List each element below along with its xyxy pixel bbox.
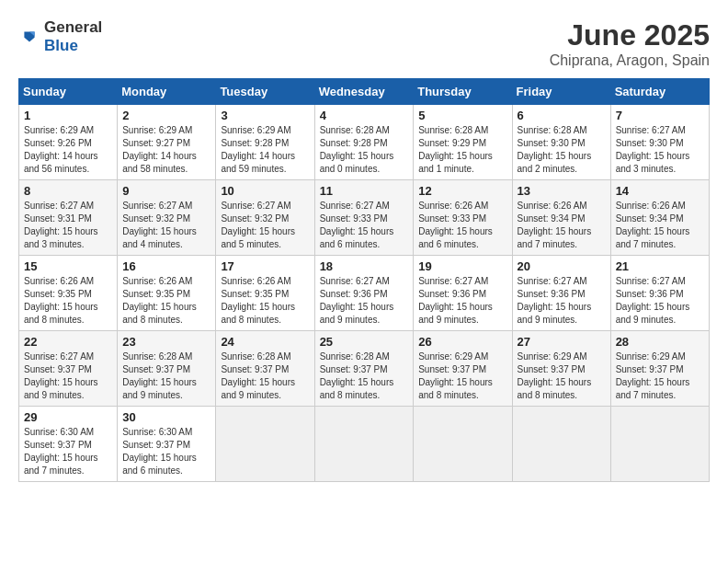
calendar-cell: 13 Sunrise: 6:26 AM Sunset: 9:34 PM Dayl… — [512, 180, 610, 256]
sunrise-text: Sunrise: 6:28 AM — [221, 351, 290, 362]
daylight-text: Daylight: 15 hours and 1 minute. — [418, 151, 493, 174]
sunrise-text: Sunrise: 6:27 AM — [24, 351, 94, 362]
day-number: 20 — [518, 259, 606, 273]
sunrise-text: Sunrise: 6:27 AM — [24, 201, 94, 211]
logo: General Blue — [18, 18, 102, 55]
calendar-cell: 21 Sunrise: 6:27 AM Sunset: 9:36 PM Dayl… — [610, 256, 709, 331]
day-number: 3 — [221, 109, 309, 122]
day-number: 17 — [221, 259, 309, 273]
day-number: 22 — [24, 335, 112, 349]
daylight-text: Daylight: 15 hours and 9 minutes. — [418, 302, 493, 325]
day-info: Sunrise: 6:29 AM Sunset: 9:37 PM Dayligh… — [518, 350, 606, 402]
sunrise-text: Sunrise: 6:28 AM — [320, 125, 390, 135]
day-info: Sunrise: 6:29 AM Sunset: 9:37 PM Dayligh… — [418, 350, 506, 402]
calendar-cell: 11 Sunrise: 6:27 AM Sunset: 9:33 PM Dayl… — [314, 180, 414, 256]
calendar-cell: 23 Sunrise: 6:28 AM Sunset: 9:37 PM Dayl… — [118, 331, 216, 407]
sunset-text: Sunset: 9:31 PM — [24, 213, 92, 224]
daylight-text: Daylight: 15 hours and 8 minutes. — [24, 302, 98, 325]
day-info: Sunrise: 6:28 AM Sunset: 9:29 PM Dayligh… — [418, 124, 506, 176]
day-number: 12 — [418, 184, 506, 198]
day-number: 25 — [320, 335, 409, 349]
day-header-thursday: Thursday — [414, 79, 512, 105]
calendar: SundayMondayTuesdayWednesdayThursdayFrid… — [18, 78, 710, 482]
sunset-text: Sunset: 9:37 PM — [24, 364, 92, 374]
day-number: 1 — [24, 109, 112, 122]
sunset-text: Sunset: 9:30 PM — [518, 138, 586, 148]
sunset-text: Sunset: 9:36 PM — [616, 289, 684, 299]
day-number: 15 — [24, 259, 112, 273]
daylight-text: Daylight: 15 hours and 8 minutes. — [221, 302, 295, 325]
month-title: June 2025 — [550, 18, 710, 52]
calendar-header-row: SundayMondayTuesdayWednesdayThursdayFrid… — [19, 79, 710, 105]
daylight-text: Daylight: 15 hours and 6 minutes. — [122, 453, 197, 476]
sunrise-text: Sunrise: 6:26 AM — [518, 201, 587, 211]
day-info: Sunrise: 6:26 AM Sunset: 9:35 PM Dayligh… — [24, 275, 112, 327]
calendar-cell: 4 Sunrise: 6:28 AM Sunset: 9:28 PM Dayli… — [314, 105, 414, 180]
day-info: Sunrise: 6:26 AM Sunset: 9:34 PM Dayligh… — [518, 200, 606, 251]
sunrise-text: Sunrise: 6:27 AM — [320, 201, 390, 211]
day-number: 4 — [320, 109, 409, 122]
daylight-text: Daylight: 14 hours and 58 minutes. — [122, 151, 197, 174]
calendar-cell — [512, 407, 610, 482]
week-row-4: 22 Sunrise: 6:27 AM Sunset: 9:37 PM Dayl… — [19, 331, 710, 407]
day-number: 11 — [320, 184, 409, 198]
day-header-wednesday: Wednesday — [314, 79, 414, 105]
day-number: 19 — [418, 259, 506, 273]
daylight-text: Daylight: 14 hours and 59 minutes. — [221, 151, 295, 174]
day-number: 28 — [616, 335, 704, 349]
calendar-cell: 27 Sunrise: 6:29 AM Sunset: 9:37 PM Dayl… — [512, 331, 610, 407]
daylight-text: Daylight: 15 hours and 9 minutes. — [122, 377, 197, 400]
day-info: Sunrise: 6:29 AM Sunset: 9:37 PM Dayligh… — [616, 350, 704, 402]
sunset-text: Sunset: 9:37 PM — [122, 440, 190, 450]
calendar-cell: 8 Sunrise: 6:27 AM Sunset: 9:31 PM Dayli… — [19, 180, 118, 256]
daylight-text: Daylight: 15 hours and 9 minutes. — [320, 302, 394, 325]
calendar-cell — [414, 407, 512, 482]
day-info: Sunrise: 6:27 AM Sunset: 9:36 PM Dayligh… — [418, 275, 506, 327]
sunrise-text: Sunrise: 6:30 AM — [24, 427, 94, 437]
day-info: Sunrise: 6:30 AM Sunset: 9:37 PM Dayligh… — [122, 426, 210, 477]
calendar-cell: 25 Sunrise: 6:28 AM Sunset: 9:37 PM Dayl… — [314, 331, 414, 407]
day-info: Sunrise: 6:26 AM Sunset: 9:35 PM Dayligh… — [221, 275, 309, 327]
day-number: 23 — [122, 335, 210, 349]
week-row-5: 29 Sunrise: 6:30 AM Sunset: 9:37 PM Dayl… — [19, 407, 710, 482]
daylight-text: Daylight: 15 hours and 9 minutes. — [518, 302, 592, 325]
day-info: Sunrise: 6:27 AM Sunset: 9:36 PM Dayligh… — [320, 275, 409, 327]
sunrise-text: Sunrise: 6:26 AM — [418, 201, 488, 211]
day-number: 18 — [320, 259, 409, 273]
sunset-text: Sunset: 9:32 PM — [221, 213, 289, 224]
day-number: 7 — [616, 109, 704, 122]
sunset-text: Sunset: 9:32 PM — [122, 213, 190, 224]
sunrise-text: Sunrise: 6:26 AM — [221, 276, 290, 286]
sunrise-text: Sunrise: 6:29 AM — [616, 351, 686, 362]
daylight-text: Daylight: 15 hours and 7 minutes. — [518, 226, 592, 249]
sunrise-text: Sunrise: 6:30 AM — [122, 427, 192, 437]
day-number: 2 — [122, 109, 210, 122]
day-number: 10 — [221, 184, 309, 198]
day-info: Sunrise: 6:28 AM Sunset: 9:37 PM Dayligh… — [221, 350, 309, 402]
sunset-text: Sunset: 9:36 PM — [418, 289, 486, 299]
week-row-3: 15 Sunrise: 6:26 AM Sunset: 9:35 PM Dayl… — [19, 256, 710, 331]
calendar-cell: 7 Sunrise: 6:27 AM Sunset: 9:30 PM Dayli… — [610, 105, 709, 180]
day-info: Sunrise: 6:27 AM Sunset: 9:36 PM Dayligh… — [518, 275, 606, 327]
day-info: Sunrise: 6:28 AM Sunset: 9:37 PM Dayligh… — [320, 350, 409, 402]
day-header-sunday: Sunday — [19, 79, 118, 105]
sunrise-text: Sunrise: 6:29 AM — [24, 125, 94, 135]
sunset-text: Sunset: 9:37 PM — [518, 364, 586, 374]
calendar-cell: 17 Sunrise: 6:26 AM Sunset: 9:35 PM Dayl… — [216, 256, 314, 331]
calendar-cell: 28 Sunrise: 6:29 AM Sunset: 9:37 PM Dayl… — [610, 331, 709, 407]
sunrise-text: Sunrise: 6:27 AM — [221, 201, 290, 211]
day-info: Sunrise: 6:28 AM Sunset: 9:28 PM Dayligh… — [320, 124, 409, 176]
sunset-text: Sunset: 9:37 PM — [122, 364, 190, 374]
day-info: Sunrise: 6:29 AM Sunset: 9:27 PM Dayligh… — [122, 124, 210, 176]
day-info: Sunrise: 6:27 AM Sunset: 9:32 PM Dayligh… — [122, 200, 210, 251]
day-header-monday: Monday — [118, 79, 216, 105]
daylight-text: Daylight: 14 hours and 56 minutes. — [24, 151, 98, 174]
calendar-cell: 29 Sunrise: 6:30 AM Sunset: 9:37 PM Dayl… — [19, 407, 118, 482]
sunset-text: Sunset: 9:37 PM — [24, 440, 92, 450]
sunrise-text: Sunrise: 6:27 AM — [518, 276, 587, 286]
sunrise-text: Sunrise: 6:28 AM — [122, 351, 192, 362]
day-number: 16 — [122, 259, 210, 273]
sunrise-text: Sunrise: 6:27 AM — [320, 276, 390, 286]
sunset-text: Sunset: 9:28 PM — [320, 138, 388, 148]
day-info: Sunrise: 6:27 AM Sunset: 9:36 PM Dayligh… — [616, 275, 704, 327]
